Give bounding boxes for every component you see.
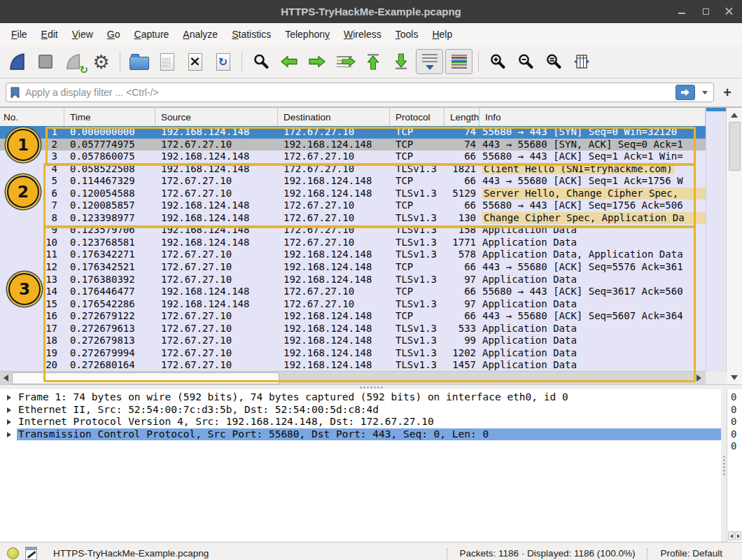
go-to-packet-icon[interactable] <box>332 50 358 74</box>
close-icon[interactable] <box>725 7 734 15</box>
packet-row-12[interactable]: 120.176342521172.67.27.10192.168.124.148… <box>0 261 706 274</box>
scroll-left-icon[interactable] <box>0 372 11 384</box>
packet-row-10[interactable]: 100.123768581192.168.124.148172.67.27.10… <box>0 237 706 249</box>
menu-capture[interactable]: Capture <box>127 25 176 43</box>
resize-columns-icon[interactable] <box>568 50 594 74</box>
expert-info-icon[interactable] <box>7 547 19 559</box>
menu-wireless[interactable]: Wireless <box>337 25 388 43</box>
cell-src: 172.67.27.10 <box>155 310 278 323</box>
cell-len: 97 <box>444 274 479 286</box>
start-capture-icon[interactable] <box>4 50 30 74</box>
packet-row-17[interactable]: 170.272679613172.67.27.10192.168.124.148… <box>0 323 706 335</box>
detail-splitter[interactable] <box>721 389 727 542</box>
stop-capture-icon[interactable] <box>32 50 58 74</box>
go-back-icon[interactable] <box>276 50 302 74</box>
restart-capture-icon[interactable]: ↻ <box>60 50 86 74</box>
packet-row-1[interactable]: 10.000000000192.168.124.148172.67.27.10T… <box>0 126 706 139</box>
column-destination[interactable]: Destination <box>278 108 390 126</box>
packet-row-15[interactable]: 150.176542286192.168.124.148172.67.27.10… <box>0 298 706 311</box>
menu-help[interactable]: Help <box>425 25 459 43</box>
apply-filter-icon[interactable] <box>676 85 695 100</box>
detail-line[interactable]: Transmission Control Protocol, Src Port:… <box>0 428 721 441</box>
menu-go[interactable]: Go <box>100 25 127 43</box>
scroll-up-icon[interactable] <box>727 109 742 120</box>
packet-row-20[interactable]: 200.272680164172.67.27.10192.168.124.148… <box>0 359 706 372</box>
detail-line[interactable]: Frame 1: 74 bytes on wire (592 bits), 74… <box>0 391 721 404</box>
bytes-scroll-left-icon[interactable] <box>728 531 734 540</box>
scroll-down-icon[interactable] <box>727 372 742 383</box>
vscrollbar-thumb[interactable] <box>729 122 741 171</box>
expand-arrow-icon[interactable] <box>7 419 11 425</box>
add-filter-button-icon[interactable]: + <box>720 84 735 101</box>
packet-list-vscrollbar[interactable] <box>726 108 742 384</box>
reload-file-icon[interactable]: ↻ <box>210 50 236 74</box>
packet-row-11[interactable]: 110.176342271172.67.27.10192.168.124.148… <box>0 248 706 261</box>
expand-arrow-icon[interactable] <box>7 395 11 400</box>
cell-info: 55680 → 443 [SYN] Seq=0 Win=32120 <box>479 126 706 139</box>
packet-row-5[interactable]: 50.114467329172.67.27.10192.168.124.148T… <box>0 175 706 188</box>
go-to-first-icon[interactable] <box>360 50 386 74</box>
open-file-icon[interactable] <box>126 50 152 74</box>
packet-row-3[interactable]: 30.057860075192.168.124.148172.67.27.10T… <box>0 150 706 163</box>
packet-row-9[interactable]: 90.123579706192.168.124.148172.67.27.10T… <box>0 224 706 237</box>
colorize-icon[interactable] <box>445 49 472 74</box>
menu-tools[interactable]: Tools <box>388 25 426 43</box>
packet-row-16[interactable]: 160.272679122172.67.27.10192.168.124.148… <box>0 310 706 323</box>
auto-scroll-icon[interactable] <box>416 49 443 74</box>
bytes-scroll-right-icon[interactable] <box>735 531 741 540</box>
bytes-hscrollbar[interactable] <box>728 531 741 540</box>
filter-dropdown-icon[interactable] <box>702 91 708 94</box>
packet-row-14[interactable]: 140.176446477192.168.124.148172.67.27.10… <box>0 286 706 298</box>
packet-bytes-pane[interactable]: 00000 <box>727 389 742 542</box>
find-packet-icon[interactable] <box>248 50 274 74</box>
maximize-icon[interactable] <box>701 7 710 15</box>
close-file-icon[interactable]: × <box>182 50 208 74</box>
menu-edit[interactable]: Edit <box>34 25 65 43</box>
packet-list-hscrollbar[interactable] <box>0 371 706 384</box>
column-source[interactable]: Source <box>155 108 278 126</box>
menu-statistics[interactable]: Statistics <box>225 25 278 43</box>
packet-row-19[interactable]: 190.272679994172.67.27.10192.168.124.148… <box>0 347 706 360</box>
capture-comment-icon[interactable] <box>25 547 37 560</box>
hscrollbar-thumb[interactable] <box>12 372 279 384</box>
packet-list-header[interactable]: No. Time Source Destination Protocol Len… <box>0 108 727 127</box>
packet-row-6[interactable]: 60.120054588172.67.27.10192.168.124.148T… <box>0 188 706 200</box>
go-forward-icon[interactable] <box>304 50 330 74</box>
column-info[interactable]: Info <box>479 108 706 126</box>
capture-options-icon[interactable]: ⚙ <box>88 50 114 74</box>
packet-row-8[interactable]: 80.123398977192.168.124.148172.67.27.10T… <box>0 212 706 225</box>
go-to-last-icon[interactable] <box>388 50 414 74</box>
display-filter-input[interactable] <box>24 86 671 99</box>
column-time[interactable]: Time <box>64 108 155 126</box>
packet-row-7[interactable]: 70.120085857192.168.124.148172.67.27.10T… <box>0 200 706 212</box>
menu-view[interactable]: View <box>65 25 100 43</box>
save-file-icon[interactable]: 0101 0110 0011 <box>154 50 180 74</box>
detail-line[interactable]: Internet Protocol Version 4, Src: 192.16… <box>0 416 721 428</box>
minimize-icon[interactable] <box>678 7 686 15</box>
expand-arrow-icon[interactable] <box>7 432 11 438</box>
packet-row-4[interactable]: 40.058522508192.168.124.148172.67.27.10T… <box>0 163 706 176</box>
status-profile[interactable]: Profile: Default <box>654 548 735 559</box>
scroll-right-icon[interactable] <box>693 372 704 384</box>
packet-row-2[interactable]: 20.057774975172.67.27.10192.168.124.148T… <box>0 139 706 151</box>
column-protocol[interactable]: Protocol <box>390 108 444 126</box>
detail-line[interactable]: Ethernet II, Src: 52:54:00:7c:d3:5b, Dst… <box>0 404 721 416</box>
scrollbar-corner <box>706 372 727 384</box>
cell-src: 172.67.27.10 <box>155 323 278 335</box>
menu-file[interactable]: File <box>4 25 34 43</box>
display-filter-field[interactable] <box>6 83 714 102</box>
zoom-out-icon[interactable] <box>512 50 538 74</box>
packet-row-18[interactable]: 180.272679813172.67.27.10192.168.124.148… <box>0 335 706 347</box>
cell-proto: TLSv1.3 <box>390 347 444 360</box>
zoom-reset-icon[interactable] <box>540 50 566 74</box>
expand-arrow-icon[interactable] <box>7 407 11 413</box>
packet-row-13[interactable]: 130.176380392172.67.27.10192.168.124.148… <box>0 274 706 286</box>
bookmark-icon[interactable] <box>10 87 20 99</box>
menu-analyze[interactable]: Analyze <box>176 25 225 43</box>
packet-minimap[interactable] <box>706 108 727 372</box>
pane-splitter[interactable] <box>0 384 742 389</box>
zoom-in-icon[interactable] <box>484 50 510 74</box>
column-length[interactable]: Length <box>444 108 479 126</box>
menu-telephony[interactable]: Telephony <box>278 25 337 43</box>
column-no[interactable]: No. <box>0 108 64 126</box>
